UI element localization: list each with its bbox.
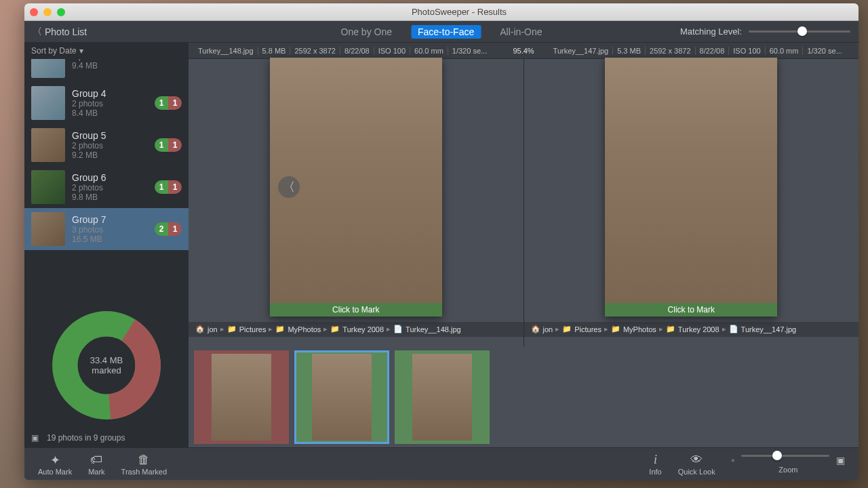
- trash-marked-button[interactable]: 🗑 Trash Marked: [121, 453, 167, 476]
- view-tabs: One by One Face-to-Face All-in-One: [336, 25, 548, 39]
- similarity: 95.4%: [503, 47, 543, 55]
- donut-label: marked: [90, 365, 123, 375]
- bottom-bar: ✦ Auto Mark 🏷 Mark 🗑 Trash Marked i Info…: [24, 447, 859, 480]
- sidebar-footer: ▣ 19 photos in 9 groups: [24, 428, 189, 447]
- group-thumb: [31, 212, 65, 246]
- toolbar: 〈 Photo List One by One Face-to-Face All…: [24, 21, 859, 43]
- sidebar: Sort by Date ▾ 2 photos 9.4 MB Group: [24, 43, 189, 447]
- eye-icon: 👁: [690, 453, 703, 468]
- group-badges: 1 1: [155, 138, 182, 152]
- home-icon: 🏠: [531, 325, 540, 333]
- group-thumb: [31, 170, 65, 204]
- mark-button[interactable]: 🏷 Mark: [88, 453, 104, 476]
- meta-left: Turkey__148.jpg 5.8 MB 2592 x 3872 8/22/…: [189, 47, 503, 55]
- folder-icon: 📁: [330, 325, 340, 333]
- tab-all-in-one[interactable]: All-in-One: [494, 25, 547, 39]
- strip-thumb-selected[interactable]: [294, 350, 389, 444]
- window-title: PhotoSweeper - Results: [65, 7, 853, 17]
- meta-bar: Turkey__148.jpg 5.8 MB 2592 x 3872 8/22/…: [189, 43, 859, 59]
- group-thumb: [31, 128, 65, 162]
- zoom-window-icon[interactable]: [57, 8, 65, 16]
- mark-button[interactable]: Click to Mark: [270, 303, 442, 317]
- file-icon: 📄: [729, 325, 738, 333]
- folder-icon: 📁: [275, 325, 285, 333]
- folder-icon: 📁: [611, 325, 620, 333]
- info-icon: i: [654, 453, 657, 468]
- group-thumb: [31, 59, 65, 78]
- tag-icon: 🏷: [90, 453, 102, 468]
- app-window: PhotoSweeper - Results 〈 Photo List One …: [24, 3, 859, 480]
- meta-right: Turkey__147.jpg 5.3 MB 2592 x 3872 8/22/…: [544, 47, 859, 55]
- zoom-control: ▫ ▣ Zoom: [732, 455, 845, 474]
- folder-icon: 📁: [227, 325, 237, 333]
- wand-icon: ✦: [50, 453, 60, 468]
- auto-mark-button[interactable]: ✦ Auto Mark: [38, 453, 72, 476]
- group-item[interactable]: Group 6 2 photos 9.8 MB 1 1: [24, 166, 189, 208]
- right-pane[interactable]: Click to Mark 🏠 jon▸ 📁Pictures▸ 📁MyPhoto…: [524, 59, 859, 347]
- quick-look-button[interactable]: 👁 Quick Look: [678, 453, 715, 476]
- group-list: 2 photos 9.4 MB Group 4 2 photos 8.4 MB …: [24, 59, 189, 302]
- window-controls: [30, 8, 65, 16]
- zoom-slider[interactable]: [741, 455, 829, 457]
- group-item-selected[interactable]: Group 7 3 photos 16.5 MB 2 1: [24, 208, 189, 250]
- back-button[interactable]: 〈 Photo List: [33, 26, 87, 38]
- zoom-thumb[interactable]: [772, 451, 782, 460]
- titlebar: PhotoSweeper - Results: [24, 3, 859, 21]
- breadcrumb-left: 🏠 jon▸ 📁Pictures▸ 📁MyPhotos▸ 📁Turkey 200…: [189, 322, 524, 337]
- matching-slider[interactable]: [749, 30, 850, 33]
- chevron-left-icon: 〈: [33, 26, 42, 38]
- strip-thumb-marked[interactable]: [194, 350, 289, 444]
- folder-icon: 📁: [562, 325, 572, 333]
- donut-chart: 33.4 MB marked: [24, 302, 189, 428]
- home-icon: 🏠: [195, 325, 205, 333]
- minimize-icon[interactable]: [43, 8, 52, 16]
- slider-thumb[interactable]: [797, 26, 807, 36]
- matching-label: Matching Level:: [680, 26, 742, 37]
- file-icon: 📄: [393, 325, 403, 333]
- back-label: Photo List: [45, 26, 87, 37]
- photo-left[interactable]: 〈 Click to Mark: [270, 58, 442, 317]
- main-panel: Turkey__148.jpg 5.8 MB 2592 x 3872 8/22/…: [189, 43, 859, 447]
- sort-dropdown[interactable]: Sort by Date ▾: [24, 43, 189, 59]
- mark-button[interactable]: Click to Mark: [605, 303, 777, 317]
- group-badges: 1 1: [155, 180, 182, 194]
- prev-arrow-icon[interactable]: 〈: [278, 176, 300, 198]
- close-icon[interactable]: [30, 8, 38, 16]
- chevron-down-icon: ▾: [79, 46, 83, 56]
- breadcrumb-right: 🏠 jon▸ 📁Pictures▸ 📁MyPhotos▸ 📁Turkey 200…: [524, 322, 859, 337]
- group-badges: 2 1: [155, 222, 182, 236]
- zoom-in-icon[interactable]: ▣: [836, 455, 845, 466]
- zoom-out-icon[interactable]: ▫: [732, 455, 734, 465]
- folder-icon: 📁: [666, 325, 675, 333]
- donut-size: 33.4 MB: [90, 355, 123, 365]
- left-pane[interactable]: 〈 Click to Mark 🏠 jon▸ 📁Pictures▸ 📁MyPho…: [189, 59, 524, 347]
- compare-view: 〈 Click to Mark 🏠 jon▸ 📁Pictures▸ 📁MyPho…: [189, 59, 859, 347]
- tab-face-to-face[interactable]: Face-to-Face: [411, 25, 481, 39]
- select-icon[interactable]: ▣: [31, 433, 39, 443]
- trash-icon: 🗑: [138, 453, 150, 468]
- matching-level: Matching Level:: [680, 26, 850, 37]
- thumbnail-strip: [189, 347, 859, 447]
- content: Sort by Date ▾ 2 photos 9.4 MB Group: [24, 43, 859, 447]
- group-item[interactable]: 2 photos 9.4 MB: [24, 59, 189, 82]
- strip-thumb[interactable]: [395, 350, 490, 444]
- group-item[interactable]: Group 4 2 photos 8.4 MB 1 1: [24, 82, 189, 124]
- group-badges: 1 1: [155, 96, 182, 110]
- photo-right[interactable]: Click to Mark: [605, 58, 777, 317]
- tab-one-by-one[interactable]: One by One: [336, 25, 398, 39]
- info-button[interactable]: i Info: [649, 453, 661, 476]
- group-item[interactable]: Group 5 2 photos 9.2 MB 1 1: [24, 124, 189, 166]
- group-thumb: [31, 86, 65, 120]
